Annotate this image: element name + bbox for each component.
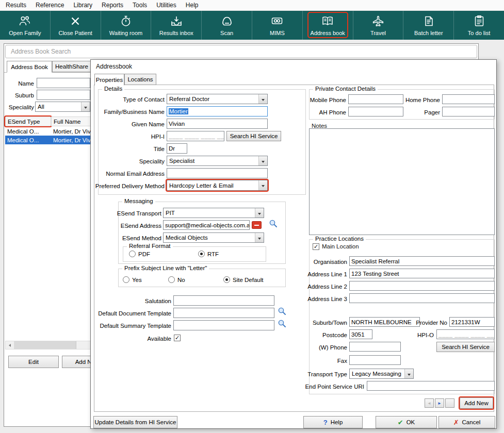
radio-icon [129, 251, 136, 257]
summary-template-search-button[interactable] [277, 319, 287, 329]
scroll-left-button[interactable] [6, 341, 14, 349]
address-line1-input[interactable]: 123 Testing Street [349, 269, 495, 278]
toolbar-button-mims[interactable]: MIMS [252, 11, 303, 40]
help-button[interactable]: ? Help [303, 416, 363, 428]
transport-type-dropdown[interactable]: Legacy Messaging [349, 369, 414, 379]
suburb-town-label: Suburb/Town [296, 318, 347, 327]
prefix-yes-radio[interactable]: Yes [123, 276, 142, 283]
toolbar-label: Close Patient [58, 30, 92, 36]
column-header-esend-type[interactable]: ESend Type [5, 116, 51, 126]
add-new-location-button[interactable]: Add New [460, 397, 493, 409]
edit-button[interactable]: Edit [8, 356, 59, 368]
address-line3-label: Address Line 3 [296, 294, 347, 304]
type-of-contact-dropdown[interactable]: Referral Doctor [167, 94, 268, 104]
menu-help[interactable]: Help [181, 0, 203, 10]
referral-format-pdf-radio[interactable]: PDF [129, 251, 150, 257]
postcode-input[interactable]: 3051 [349, 329, 372, 339]
ah-phone-input[interactable] [348, 107, 403, 116]
toolbar-button-to-do-list[interactable]: To do list [454, 11, 504, 40]
toolbar-label: MIMS [270, 30, 285, 36]
tab-address-book[interactable]: Address Book [7, 61, 52, 73]
main-location-checkbox[interactable]: ✓ [313, 243, 319, 250]
salutation-input[interactable] [173, 295, 274, 306]
preferred-delivery-value: Hardcopy Letter & Email [167, 180, 258, 190]
speciality-filter-dropdown[interactable]: All [35, 102, 90, 112]
notes-textarea[interactable] [309, 128, 495, 235]
previous-location-button[interactable]: ◄ [425, 398, 434, 408]
title-input[interactable]: Dr [167, 143, 187, 154]
esend-method-dropdown[interactable]: Medical Objects [163, 232, 264, 243]
toolbar-button-results-inbox[interactable]: Results inbox [151, 11, 202, 40]
search-hi-service-button[interactable]: Search HI Service [226, 131, 281, 141]
toolbar-button-close-patient[interactable]: Close Patient [51, 11, 101, 40]
ah-phone-label: AH Phone [310, 107, 346, 117]
endpoint-uri-input[interactable] [367, 381, 495, 391]
suburb-input[interactable] [37, 90, 90, 100]
magnifier-icon [278, 319, 286, 329]
dropdown-button[interactable] [404, 369, 413, 378]
tab-healthshare[interactable]: HealthShare [52, 61, 91, 72]
menu-library[interactable]: Library [69, 0, 97, 10]
home-phone-input[interactable] [442, 94, 495, 104]
toolbar-button-open-family[interactable]: Open Family [0, 11, 51, 40]
esend-transport-dropdown[interactable]: PIT [163, 208, 264, 218]
default-document-template-input[interactable] [173, 308, 274, 318]
airplane-icon [371, 14, 385, 29]
speciality-dropdown[interactable]: Specialist [167, 156, 268, 166]
menu-tools[interactable]: Tools [128, 0, 152, 10]
dropdown-button[interactable] [258, 94, 267, 104]
address-line2-input[interactable] [349, 281, 495, 291]
given-name-input[interactable]: Vivian [167, 119, 268, 129]
organisation-input[interactable]: Specialist Referral [349, 256, 495, 266]
update-details-hi-service-button[interactable]: Update Details from HI Service [93, 416, 177, 428]
dropdown-button[interactable] [81, 102, 90, 111]
mobile-phone-input[interactable] [348, 94, 403, 104]
esend-address-status-icon[interactable] [252, 221, 262, 229]
toolbar-button-address-book[interactable]: Address book [303, 11, 353, 40]
menu-reports[interactable]: Reports [97, 0, 128, 10]
referral-format-rtf-radio[interactable]: RTF [198, 251, 219, 257]
pager-input[interactable] [442, 107, 495, 116]
preferred-delivery-dropdown[interactable]: Hardcopy Letter & Email [167, 180, 268, 191]
suburb-town-input[interactable]: NORTH MELBOURNE [349, 317, 420, 327]
speciality-filter-value: All [36, 102, 81, 111]
ok-button[interactable]: ✔ OK [376, 416, 437, 428]
fax-input[interactable] [349, 355, 401, 365]
toolbar-button-scan[interactable]: Scan [202, 11, 252, 40]
cancel-button[interactable]: ✗ Cancel [438, 416, 495, 428]
dropdown-button[interactable] [258, 180, 267, 190]
normal-email-input[interactable] [167, 168, 268, 178]
menu-results[interactable]: Results [1, 0, 31, 10]
dropdown-button[interactable] [258, 156, 267, 165]
available-checkbox[interactable]: ✓ [174, 335, 181, 341]
menu-reference[interactable]: Reference [31, 0, 69, 10]
toolbar-button-travel[interactable]: Travel [353, 11, 404, 40]
prefix-site-default-radio[interactable]: Site Default [223, 276, 263, 283]
search-window-title: Address Book Search [11, 48, 71, 55]
tab-locations[interactable]: Locations [124, 74, 156, 85]
default-summary-template-input[interactable] [173, 320, 274, 330]
next-location-button[interactable]: ► [435, 398, 444, 408]
esend-address-search-button[interactable] [268, 219, 278, 229]
name-input[interactable] [37, 78, 90, 88]
toolbar-button-waiting-room[interactable]: Waiting room [101, 11, 152, 40]
address-line3-input[interactable] [349, 293, 495, 303]
document-template-search-button[interactable] [277, 307, 287, 317]
w-phone-input[interactable] [349, 342, 401, 352]
location-nav-blank-button[interactable] [445, 398, 454, 408]
fax-label: Fax [296, 356, 347, 365]
mims-glasses-icon [270, 14, 284, 29]
provider-no-input[interactable]: 2121331W [449, 317, 495, 327]
tab-properties[interactable]: Properties [94, 74, 124, 86]
hpi-i-input[interactable]: ____ ____ ____ ____ [167, 131, 224, 141]
family-business-name-input[interactable]: Mortier [167, 106, 268, 116]
dropdown-button[interactable] [255, 208, 264, 218]
menu-utilities[interactable]: Utilities [152, 0, 181, 10]
hpi-o-input[interactable]: ____ ____ ____ ____ [436, 329, 495, 339]
toolbar-button-batch-letter[interactable]: Batch letter [403, 11, 454, 40]
scrollbar-thumb[interactable] [14, 341, 76, 349]
search-hi-service-location-button[interactable]: Search HI Service [436, 342, 495, 352]
dropdown-button[interactable] [255, 233, 264, 242]
esend-address-input[interactable]: support@medical-objects.com.a [163, 220, 250, 230]
prefix-no-radio[interactable]: No [168, 276, 185, 283]
